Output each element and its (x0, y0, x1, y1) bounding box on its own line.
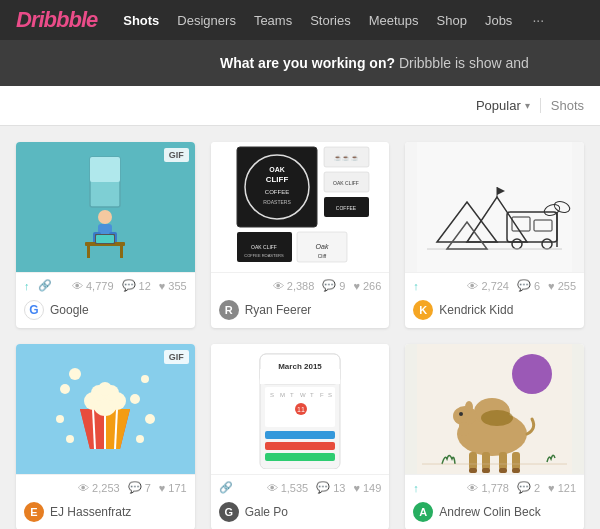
eye-icon: 👁 (273, 280, 284, 292)
svg-rect-29 (417, 142, 572, 272)
comment-icon: 💬 (316, 481, 330, 494)
shot-card[interactable]: ↑ 👁 1,778 💬 2 ♥ 121 A Andrew Colin Beck (405, 344, 584, 529)
shot-stats: 👁 2,253 💬 7 ♥ 171 (16, 474, 195, 498)
likes-stat: ♥ 255 (548, 280, 576, 292)
link-icon: 🔗 (219, 481, 233, 494)
heart-icon: ♥ (159, 482, 166, 494)
avatar: K (413, 300, 433, 320)
svg-rect-95 (482, 468, 490, 473)
svg-rect-94 (469, 468, 477, 473)
shot-card[interactable]: March 2015 S M T W T F S 11 🔗 (211, 344, 390, 529)
shot-thumbnail: March 2015 S M T W T F S 11 (211, 344, 390, 474)
shot-author[interactable]: G Google (16, 296, 195, 328)
likes-stat: ♥ 171 (159, 482, 187, 494)
shot-card[interactable]: OAK CLIFF COFFEE ROASTERS ☕ ☕ ☕ OAK CLIF… (211, 142, 390, 328)
link-icon: 🔗 (38, 279, 52, 292)
svg-point-88 (465, 401, 473, 413)
shot-card[interactable]: GIF ↑ 🔗 (16, 142, 195, 328)
thumbnail-illustration (417, 344, 572, 474)
svg-text:CLIFF: CLIFF (266, 175, 289, 184)
nav-shots[interactable]: Shots (123, 13, 159, 28)
svg-point-89 (481, 410, 513, 426)
views-stat: 👁 4,779 (72, 280, 114, 292)
svg-point-59 (130, 394, 140, 404)
author-name: Ryan Feerer (245, 303, 312, 317)
svg-text:☕ ☕ ☕: ☕ ☕ ☕ (334, 154, 359, 162)
heart-icon: ♥ (548, 482, 555, 494)
thumbnail-illustration (45, 349, 165, 469)
svg-text:W: W (300, 392, 306, 398)
svg-rect-1 (90, 157, 120, 182)
shot-stats: ↑ 👁 1,778 💬 2 ♥ 121 (405, 474, 584, 498)
svg-text:T: T (290, 392, 294, 398)
views-stat: 👁 1,535 (267, 482, 309, 494)
eye-icon: 👁 (78, 482, 89, 494)
svg-point-60 (56, 415, 64, 423)
svg-point-87 (459, 412, 463, 416)
svg-text:11: 11 (297, 406, 305, 413)
svg-rect-80 (265, 453, 335, 461)
popular-label: Popular (476, 98, 521, 113)
nav-teams[interactable]: Teams (254, 13, 292, 28)
bounce-icon: ↑ (413, 482, 419, 494)
nav-more[interactable]: ··· (532, 12, 544, 28)
nav-meetups[interactable]: Meetups (369, 13, 419, 28)
shots-filter-link[interactable]: Shots (540, 98, 584, 113)
nav-designers[interactable]: Designers (177, 13, 236, 28)
author-name: Andrew Colin Beck (439, 505, 540, 519)
svg-point-62 (66, 435, 74, 443)
svg-rect-8 (120, 246, 123, 258)
bounce-icon: ↑ (24, 280, 30, 292)
svg-text:S: S (328, 392, 332, 398)
shot-author[interactable]: G Gale Po (211, 498, 390, 529)
shot-author[interactable]: R Ryan Feerer (211, 296, 390, 328)
shot-author[interactable]: K Kendrick Kidd (405, 296, 584, 328)
svg-point-2 (98, 210, 112, 224)
logo[interactable]: Dribbble (16, 7, 97, 33)
eye-icon: 👁 (467, 280, 478, 292)
shot-stats: 🔗 👁 1,535 💬 13 ♥ 149 (211, 474, 390, 498)
svg-text:Cliff: Cliff (318, 253, 327, 259)
likes-stat: ♥ 355 (159, 280, 187, 292)
svg-rect-86 (459, 422, 469, 436)
shot-card[interactable]: GIF (16, 344, 195, 529)
author-name: Gale Po (245, 505, 288, 519)
shot-card[interactable]: ↑ 👁 2,724 💬 6 ♥ 255 K Kendrick Kidd (405, 142, 584, 328)
svg-point-55 (98, 382, 112, 396)
svg-rect-66 (260, 369, 340, 384)
svg-text:M: M (280, 392, 285, 398)
nav-jobs[interactable]: Jobs (485, 13, 512, 28)
svg-rect-93 (512, 452, 520, 470)
chevron-down-icon: ▾ (525, 100, 530, 111)
hero-banner: What are you working on? Dribbble is sho… (0, 40, 600, 86)
svg-text:COFFEE: COFFEE (265, 189, 289, 195)
svg-text:Oak: Oak (316, 243, 329, 250)
shots-grid: GIF ↑ 🔗 (0, 126, 600, 529)
svg-rect-7 (87, 246, 90, 258)
author-name: Kendrick Kidd (439, 303, 513, 317)
comments-stat: 💬 9 (322, 279, 345, 292)
comment-icon: 💬 (122, 279, 136, 292)
nav-shop[interactable]: Shop (437, 13, 467, 28)
eye-icon: 👁 (267, 482, 278, 494)
shot-thumbnail: OAK CLIFF COFFEE ROASTERS ☕ ☕ ☕ OAK CLIF… (211, 142, 390, 272)
eye-icon: 👁 (72, 280, 83, 292)
svg-text:COFFEE ROASTERS: COFFEE ROASTERS (245, 253, 285, 258)
svg-point-56 (60, 384, 70, 394)
comments-stat: 💬 12 (122, 279, 151, 292)
thumbnail-illustration (65, 152, 145, 262)
gif-badge: GIF (164, 350, 189, 364)
thumbnail-illustration (417, 142, 572, 272)
likes-stat: ♥ 149 (353, 482, 381, 494)
avatar: G (24, 300, 44, 320)
comment-icon: 💬 (128, 481, 142, 494)
shot-author[interactable]: E EJ Hassenfratz (16, 498, 195, 529)
popular-filter[interactable]: Popular ▾ (476, 98, 530, 113)
author-name: Google (50, 303, 89, 317)
nav-stories[interactable]: Stories (310, 13, 350, 28)
shot-author[interactable]: A Andrew Colin Beck (405, 498, 584, 529)
thumbnail-illustration: OAK CLIFF COFFEE ROASTERS ☕ ☕ ☕ OAK CLIF… (222, 142, 377, 272)
svg-rect-96 (499, 468, 507, 473)
shot-stats: ↑ 🔗 👁 4,779 💬 12 ♥ 355 (16, 272, 195, 296)
shot-thumbnail: GIF (16, 344, 195, 474)
